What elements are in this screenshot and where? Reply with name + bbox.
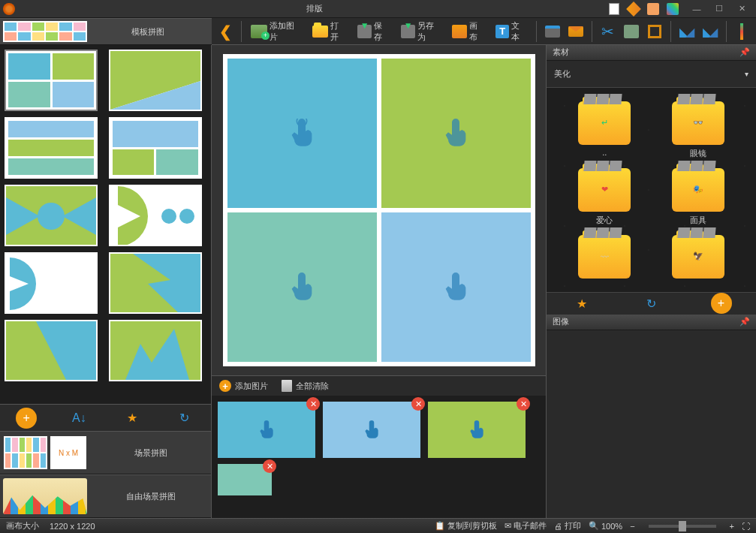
chevron-down-icon: ▾ (745, 70, 748, 78)
favorite-button[interactable]: ★ (571, 293, 592, 314)
tray-item[interactable]: ✕ (428, 402, 526, 458)
open-button[interactable]: 打开 (308, 18, 351, 45)
accordion-template-collage[interactable]: 模板拼图 (0, 18, 212, 45)
templates-scroll[interactable] (0, 45, 211, 404)
add-image-button[interactable]: 添加图片 (246, 18, 306, 45)
crop-button[interactable] (644, 20, 666, 43)
folders-grid[interactable]: ↵.. 👓眼镜 ❤爱心 🎭面具 〰 🦅 (547, 88, 756, 292)
titlebar-new-icon[interactable] (607, 2, 621, 16)
text-button[interactable]: T文本 (491, 18, 532, 45)
zoom-slider[interactable] (649, 525, 716, 528)
tray-delete-button[interactable]: ✕ (306, 397, 320, 411)
template-item[interactable] (109, 50, 202, 111)
touch-icon (287, 119, 317, 149)
panel-tab-image[interactable]: 图像📌 (547, 315, 756, 330)
fit-button[interactable]: ⛶ (742, 522, 750, 531)
template-item[interactable] (5, 252, 98, 314)
nxm-icon: N x M (50, 436, 86, 469)
zoom-in-button[interactable]: + (730, 522, 734, 531)
left-panel: + A↓ ★ ↻ N x M 场景拼图 自由场景拼图 (0, 45, 212, 518)
window-close[interactable]: ✕ (730, 2, 753, 17)
flip-h-icon (679, 25, 694, 38)
accordion-free-scene-collage[interactable]: 自由场景拼图 (0, 474, 211, 518)
app-title: 排版 (21, 3, 607, 14)
add-template-button[interactable]: + (16, 408, 37, 429)
canvas-area (212, 45, 546, 375)
tray-delete-button[interactable]: ✕ (517, 397, 530, 411)
main-toolbar: ❮ 添加图片 打开 保存 另存为 画布 T文本 ✂ (212, 18, 756, 45)
template-item[interactable] (109, 185, 202, 246)
zoom-indicator[interactable]: 🔍100% (589, 521, 622, 531)
folder-item[interactable]: 〰 (569, 235, 640, 279)
folder-mask[interactable]: 🎭面具 (663, 168, 734, 226)
flip-v-icon (703, 25, 718, 38)
template-item[interactable] (109, 117, 202, 179)
image-tray: +添加图片 全部清除 ✕ ✕ ✕ ✕ (212, 375, 546, 518)
pin-icon[interactable]: 📌 (739, 317, 750, 327)
refresh-button[interactable]: ↻ (641, 293, 662, 314)
zoom-out-button[interactable]: − (630, 522, 634, 531)
canvas-button[interactable]: 画布 (447, 18, 489, 45)
template-item[interactable] (5, 320, 98, 381)
print-button[interactable] (541, 20, 563, 43)
template-item[interactable] (109, 320, 202, 381)
favorite-button[interactable]: ★ (122, 408, 143, 429)
tray-item[interactable]: ✕ (218, 402, 315, 458)
touch-icon (287, 273, 317, 303)
titlebar-color-icon[interactable] (666, 2, 679, 16)
folder-love[interactable]: ❤爱心 (569, 168, 640, 226)
mail-icon: ✉ (505, 521, 511, 531)
save-button[interactable]: 保存 (353, 18, 395, 45)
tray-delete-button[interactable]: ✕ (263, 459, 276, 473)
effects-icon (740, 23, 743, 40)
right-panel: 素材📌 美化▾ ↵.. 👓眼镜 ❤爱心 🎭面具 〰 🦅 ★ ↻ + 图像📌 (546, 45, 756, 518)
email-button[interactable] (565, 20, 587, 43)
add-button[interactable]: + (711, 293, 732, 314)
panel-tab-material[interactable]: 素材📌 (547, 45, 756, 61)
template-item[interactable] (5, 185, 98, 246)
canvas-cell-2[interactable] (381, 59, 531, 208)
document-icon (282, 380, 292, 392)
window-minimize[interactable]: — (685, 2, 708, 17)
touch-icon (441, 273, 471, 303)
tray-add-image[interactable]: +添加图片 (219, 380, 268, 392)
print-icon: 🖨 (554, 522, 562, 531)
flip-vertical-button[interactable] (699, 20, 721, 43)
paste-button[interactable] (620, 20, 642, 43)
folder-back[interactable]: ↵.. (569, 101, 640, 159)
template-item[interactable] (5, 50, 98, 111)
canvas-cell-1[interactable] (227, 59, 377, 208)
tray-delete-button[interactable]: ✕ (411, 397, 425, 411)
center-panel: +添加图片 全部清除 ✕ ✕ ✕ ✕ (212, 45, 546, 518)
category-select[interactable]: 美化▾ (547, 61, 756, 88)
effects-button[interactable] (731, 20, 753, 43)
zoom-handle[interactable] (679, 521, 686, 531)
folder-item[interactable]: 🦅 (663, 235, 734, 279)
flip-horizontal-button[interactable] (676, 20, 697, 43)
email-button[interactable]: ✉电子邮件 (505, 520, 547, 531)
accordion-label: 模板拼图 (87, 26, 209, 38)
tray-item[interactable]: ✕ (323, 402, 420, 458)
ai-button[interactable]: A↓ (68, 408, 89, 429)
copy-clipboard-button[interactable]: 📋复制到剪切板 (435, 520, 497, 531)
save-as-button[interactable]: 另存为 (396, 18, 447, 45)
canvas-size-value: 1220 x 1220 (50, 522, 95, 531)
folder-glasses[interactable]: 👓眼镜 (663, 101, 734, 159)
print-button[interactable]: 🖨打印 (554, 520, 581, 531)
cut-button[interactable]: ✂ (597, 20, 619, 43)
titlebar-person-icon[interactable] (646, 2, 660, 16)
accordion-scene-collage[interactable]: N x M 场景拼图 (0, 431, 211, 474)
touch-icon (362, 420, 381, 440)
tray-clear-all[interactable]: 全部清除 (282, 380, 329, 392)
titlebar-edit-icon[interactable] (627, 2, 640, 16)
templates-toolbar: + A↓ ★ ↻ (0, 404, 211, 431)
canvas-cell-4[interactable] (381, 212, 531, 362)
back-button[interactable]: ❮ (215, 20, 236, 43)
template-item[interactable] (109, 252, 202, 314)
refresh-button[interactable]: ↻ (174, 408, 195, 429)
tray-item[interactable]: ✕ (218, 464, 272, 495)
pin-icon[interactable]: 📌 (739, 47, 750, 57)
template-item[interactable] (5, 117, 98, 179)
canvas-cell-3[interactable] (227, 212, 377, 362)
window-maximize[interactable]: ☐ (708, 2, 730, 17)
